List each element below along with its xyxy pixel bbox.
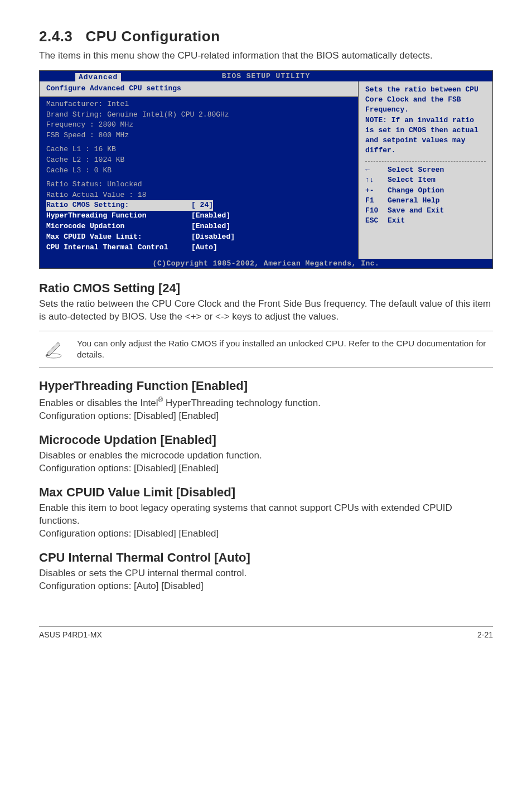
bios-setting-row: Microcode Updation [Enabled] — [46, 221, 351, 232]
bios-nav-label: Save and Exit — [388, 206, 444, 216]
bios-left-header: Configure Advanced CPU settings — [40, 81, 358, 97]
bios-tab-advanced: Advanced — [75, 73, 121, 81]
footer-right: 2-21 — [477, 630, 493, 639]
note-block: You can only adjust the Ratio CMOS if yo… — [39, 331, 493, 368]
footer-left: ASUS P4RD1-MX — [39, 630, 102, 639]
ratio-body: Sets the ratio between the CPU Core Cloc… — [39, 298, 493, 323]
bios-nav-row: ←Select Screen — [365, 165, 486, 175]
section-heading: 2.4.3 CPU Configuration — [39, 28, 493, 45]
bios-setting-value: [Enabled] — [191, 221, 230, 232]
bios-nav-row: ↑↓Select Item — [365, 175, 486, 185]
ht-body: Enables or disables the Intel® HyperThre… — [39, 395, 493, 423]
mc-heading: Microcode Updation [Enabled] — [39, 433, 493, 447]
bios-ratio-actual: Ratio Actual Value : 18 — [46, 190, 351, 201]
pencil-icon — [41, 337, 66, 361]
note-text: You can only adjust the Ratio CMOS if yo… — [77, 338, 491, 361]
bios-setting-label: CPU Internal Thermal Control — [46, 243, 191, 253]
bios-info-brand: Brand String: Genuine Intel(R) CPU 2.80G… — [46, 110, 351, 120]
bios-help-text: Sets the ratio between CPU Core Clock an… — [365, 85, 486, 156]
bios-setting-value: [Enabled] — [191, 211, 230, 221]
arrow-updown-icon: ↑↓ — [365, 175, 388, 185]
ht-body-1: Enables or disables the Intel — [39, 398, 158, 408]
bios-setting-label: Max CPUID Value Limit: — [46, 232, 191, 243]
bios-nav-label: Exit — [388, 216, 405, 226]
arrow-left-icon: ← — [365, 165, 388, 175]
bios-title-bar: BIOS SETUP UTILITY Advanced — [40, 71, 492, 81]
bios-setting-label: Ratio CMOS Setting: — [46, 200, 191, 211]
mc-body-text: Disables or enables the microcode updati… — [39, 450, 262, 461]
section-number: 2.4.3 — [39, 28, 72, 45]
bios-left-panel: Configure Advanced CPU settings Manufact… — [40, 81, 359, 259]
cpuid-body-text: Enable this item to boot legacy operatin… — [39, 503, 452, 526]
bios-nav-label: General Help — [388, 196, 440, 206]
bios-right-panel: Sets the ratio between CPU Core Clock an… — [359, 81, 492, 259]
bios-info-fsb: FSB Speed : 800 MHz — [46, 131, 351, 141]
bios-setting-label: HyperThreading Function — [46, 211, 191, 221]
ht-body-2: HyperThreading technology function. — [163, 398, 321, 408]
bios-body: Configure Advanced CPU settings Manufact… — [40, 81, 492, 259]
key-esc: ESC — [365, 216, 388, 226]
bios-nav-label: Change Option — [388, 186, 444, 196]
bios-nav-row: ESCExit — [365, 216, 486, 226]
bios-setting-row: Max CPUID Value Limit: [Disabled] — [46, 232, 351, 243]
bios-separator — [365, 161, 486, 162]
bios-nav-label: Select Screen — [388, 165, 444, 175]
bios-info-manufacturer: Manufacturer: Intel — [46, 99, 351, 110]
bios-info-l2: Cache L2 : 1024 KB — [46, 155, 351, 166]
page-footer: ASUS P4RD1-MX 2-21 — [39, 626, 493, 639]
key-f1: F1 — [365, 196, 388, 206]
key-f10: F10 — [365, 206, 388, 216]
bios-setting-label: Microcode Updation — [46, 221, 191, 232]
bios-setting-value: [Disabled] — [191, 232, 235, 243]
bios-footer: (C)Copyright 1985-2002, American Megatre… — [40, 259, 492, 268]
bios-screenshot: BIOS SETUP UTILITY Advanced Configure Ad… — [39, 70, 493, 269]
bios-info-l3: Cache L3 : 0 KB — [46, 166, 351, 176]
plus-minus-icon: +- — [365, 186, 388, 196]
thermal-opts: Configuration options: [Auto] [Disabled] — [39, 581, 204, 591]
section-title: CPU Configuration — [86, 28, 220, 45]
thermal-body-text: Disables or sets the CPU internal therma… — [39, 568, 246, 578]
thermal-heading: CPU Internal Thermal Control [Auto] — [39, 550, 493, 565]
bios-nav-label: Select Item — [388, 175, 436, 185]
thermal-body: Disables or sets the CPU internal therma… — [39, 567, 493, 593]
bios-setting-value: [ 24] — [191, 200, 213, 211]
mc-body: Disables or enables the microcode updati… — [39, 450, 493, 475]
bios-setting-row: HyperThreading Function [Enabled] — [46, 211, 351, 221]
ht-opts: Configuration options: [Disabled] [Enabl… — [39, 410, 219, 421]
bios-nav-row: F1General Help — [365, 196, 486, 206]
section-intro: The items in this menu show the CPU-rela… — [39, 50, 493, 62]
cpuid-heading: Max CPUID Value Limit [Disabled] — [39, 485, 493, 500]
bios-nav-row: +-Change Option — [365, 186, 486, 196]
bios-info-l1: Cache L1 : 16 KB — [46, 144, 351, 155]
cpuid-body: Enable this item to boot legacy operatin… — [39, 502, 493, 540]
bios-info-frequency: Frequency : 2800 MHz — [46, 120, 351, 131]
ht-heading: HyperThreading Function [Enabled] — [39, 379, 493, 393]
bios-nav-row: F10Save and Exit — [365, 206, 486, 216]
bios-ratio-status: Ratio Status: Unlocked — [46, 180, 351, 190]
cpuid-opts: Configuration options: [Disabled] [Enabl… — [39, 528, 219, 539]
bios-setting-row: CPU Internal Thermal Control [Auto] — [46, 243, 351, 253]
mc-opts: Configuration options: [Disabled] [Enabl… — [39, 463, 219, 474]
bios-setting-value: [Auto] — [191, 243, 217, 253]
bios-setting-row: Ratio CMOS Setting: [ 24] — [46, 200, 351, 211]
ratio-heading: Ratio CMOS Setting [24] — [39, 281, 493, 296]
